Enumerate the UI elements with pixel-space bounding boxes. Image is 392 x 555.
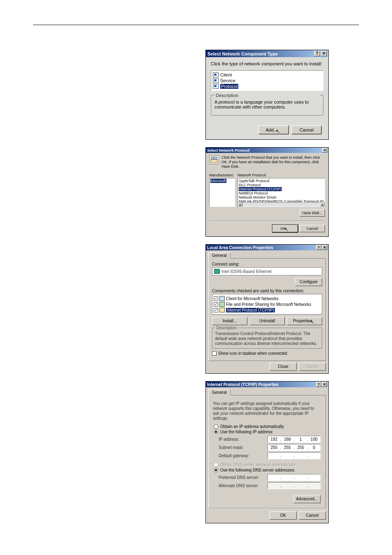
help-icon[interactable]: ? — [316, 382, 321, 387]
protocol-list[interactable]: AppleTalk Protocol DLC Protocol Internet… — [238, 178, 325, 207]
install-button[interactable]: Install... — [212, 317, 247, 325]
radio-button[interactable] — [214, 424, 218, 429]
cancel-button[interactable]: Cancel — [299, 511, 326, 520]
svg-rect-2 — [214, 157, 217, 160]
components-list[interactable]: ✓ Client for Microsoft Networks ✓ File a… — [212, 294, 322, 314]
description-legend: Description — [215, 326, 238, 330]
help-icon[interactable]: ? — [316, 245, 321, 250]
list-item[interactable]: DLC Protocol — [239, 183, 324, 187]
select-component-type-dialog: Select Network Component Type ? ✕ Click … — [205, 50, 329, 140]
configure-button[interactable]: Configure — [295, 278, 322, 286]
svg-rect-1 — [211, 157, 214, 160]
adapter-name: Intel 82595-Based Ethernet — [221, 269, 272, 274]
close-icon[interactable]: ✕ — [321, 51, 327, 56]
preferred-dns-input[interactable]: . . . — [267, 474, 321, 481]
dialog-title: Select Network Protocol — [207, 148, 322, 153]
default-gateway-input[interactable]: . . . — [267, 452, 321, 459]
service-icon — [213, 78, 219, 83]
scroll-right-icon[interactable]: ▸ — [320, 203, 325, 206]
radio-button[interactable] — [214, 468, 218, 472]
add-button[interactable]: Add...↖ — [258, 125, 289, 134]
adapter-box: Intel 82595-Based Ethernet — [212, 267, 322, 275]
radio-button[interactable] — [214, 430, 218, 434]
dialog-titlebar: Select Network Protocol ✕ — [206, 148, 328, 153]
subnet-mask-label: Subnet mask: — [219, 445, 267, 450]
description-fieldset: Description Transmission Control Protoco… — [212, 328, 322, 349]
checkbox[interactable] — [212, 351, 217, 356]
ip-address-input[interactable]: 192. 168. 1. 100 — [267, 436, 321, 443]
tab-general[interactable]: General — [208, 389, 231, 395]
obtain-dns-label: Obtain DNS server address automatically — [220, 462, 295, 467]
lan-connection-properties-dialog: Local Area Connection Properties ? ✕ Gen… — [205, 244, 329, 374]
client-icon — [219, 296, 225, 301]
show-icon-row[interactable]: Show icon in taskbar when connected — [212, 351, 322, 356]
svg-rect-0 — [211, 160, 217, 163]
dialog-titlebar: Internet Protocol (TCP/IP) Properties ? … — [206, 382, 328, 387]
cancel-button[interactable]: Cancel — [291, 125, 322, 134]
description-text: A protocol is a language your computer u… — [214, 99, 320, 109]
use-ip-label: Use the following IP address: — [220, 430, 273, 434]
scroll-left-icon[interactable]: ◂ — [238, 203, 242, 206]
checkbox[interactable]: ✓ — [214, 296, 218, 301]
client-icon — [213, 72, 219, 77]
properties-button[interactable]: Properties↖ — [287, 317, 322, 325]
list-item-client[interactable]: Client — [213, 72, 321, 78]
manufacturers-label: Manufacturers: — [209, 173, 235, 177]
close-icon[interactable]: ✕ — [322, 382, 327, 387]
ok-button[interactable]: OK↖ — [272, 225, 298, 232]
manufacturers-list[interactable]: Microsoft — [209, 178, 235, 207]
close-icon[interactable]: ✕ — [322, 245, 327, 250]
component-type-list[interactable]: Client Service Protocol — [211, 70, 323, 91]
connect-using-label: Connect using: — [212, 262, 322, 266]
subnet-mask-input[interactable]: 255. 255. 255. 0 — [267, 444, 321, 451]
list-item-selected[interactable]: ✓ Internet Protocol (TCP/IP) — [214, 307, 321, 313]
dialog-instruction: Click the type of network component you … — [211, 61, 323, 66]
description-legend: Description — [214, 93, 320, 98]
help-icon[interactable]: ? — [314, 51, 320, 56]
radio-button — [214, 462, 218, 467]
dialog-titlebar: Local Area Connection Properties ? ✕ — [206, 245, 328, 250]
ok-button[interactable]: OK — [270, 511, 297, 520]
dialog-instruction: Click the Network Protocol that you want… — [221, 155, 325, 169]
alternate-dns-input[interactable]: . . . — [267, 482, 321, 489]
close-icon[interactable]: ✕ — [322, 148, 327, 153]
list-item[interactable]: ✓ File and Printer Sharing for Microsoft… — [214, 301, 321, 307]
tab-general[interactable]: General — [208, 252, 231, 259]
alternate-dns-label: Alternate DNS server: — [219, 483, 267, 488]
list-item-protocol[interactable]: Protocol — [213, 83, 321, 89]
horizontal-scrollbar[interactable]: ◂ ▸ — [238, 202, 325, 206]
list-item-selected[interactable]: Internet Protocol (TCP/IP) — [239, 187, 282, 191]
page-top-rule — [33, 25, 359, 25]
list-item[interactable]: Network Monitor Driver — [239, 195, 324, 199]
cancel-button: Cancel — [299, 363, 326, 371]
use-ip-radio-row[interactable]: Use the following IP address: — [214, 430, 321, 434]
dialog-titlebar: Select Network Component Type ? ✕ — [206, 50, 328, 57]
tab-header: General — [208, 252, 326, 259]
use-dns-label: Use the following DNS server addresses: — [220, 468, 295, 472]
checkbox[interactable]: ✓ — [214, 308, 218, 312]
list-item[interactable]: NetBEUI Protocol — [239, 191, 324, 195]
list-item[interactable]: AppleTalk Protocol — [239, 179, 324, 183]
obtain-ip-label: Obtain an IP address automatically — [220, 424, 284, 429]
intro-text: You can get IP settings assigned automat… — [213, 401, 321, 421]
uninstall-button[interactable]: Uninstall — [249, 317, 285, 325]
obtain-ip-radio-row[interactable]: Obtain an IP address automatically — [214, 424, 321, 429]
service-icon — [219, 302, 225, 307]
dialog-title: Local Area Connection Properties — [207, 245, 316, 250]
mfr-microsoft[interactable]: Microsoft — [210, 179, 226, 183]
tab-header: General — [208, 389, 326, 395]
preferred-dns-label: Preferred DNS server: — [219, 475, 267, 480]
default-gateway-label: Default gateway: — [219, 453, 267, 458]
ip-address-label: IP address: — [219, 437, 267, 442]
components-label: Components checked are used by this conn… — [212, 289, 322, 293]
tcpip-properties-dialog: Internet Protocol (TCP/IP) Properties ? … — [205, 381, 329, 523]
advanced-button[interactable]: Advanced... — [293, 495, 321, 503]
list-item-service[interactable]: Service — [213, 78, 321, 83]
close-button[interactable]: Close — [270, 363, 297, 371]
checkbox[interactable]: ✓ — [214, 302, 218, 307]
have-disk-button[interactable]: Have Disk... — [300, 209, 325, 217]
cancel-button[interactable]: Cancel — [300, 225, 325, 232]
separator — [209, 221, 325, 222]
list-item[interactable]: ✓ Client for Microsoft Networks — [214, 296, 321, 301]
use-dns-radio-row[interactable]: Use the following DNS server addresses: — [214, 468, 321, 472]
